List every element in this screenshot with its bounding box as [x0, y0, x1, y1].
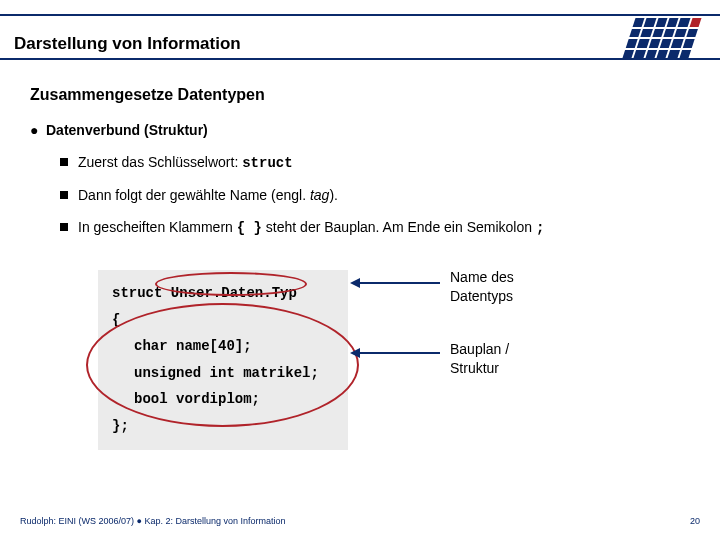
- item1-code: struct: [242, 155, 292, 171]
- annotation-typename: Name des Datentyps: [450, 268, 514, 306]
- square-bullet-icon: [60, 191, 68, 199]
- content-area: Zusammengesetze Datentypen ●Datenverbund…: [30, 86, 700, 252]
- subtitle: Zusammengesetze Datentypen: [30, 86, 700, 104]
- bullet-item-3: In gescheiften Klammern { } steht der Ba…: [60, 219, 700, 236]
- item2-tail: ).: [329, 187, 338, 203]
- arrow-body: [350, 347, 440, 359]
- svg-marker-1: [350, 278, 360, 288]
- square-bullet-icon: [60, 158, 68, 166]
- annot2-line1: Bauplan /: [450, 341, 509, 357]
- bullet-lvl1: ●Datenverbund (Struktur): [30, 122, 700, 138]
- slide-title: Darstellung von Information: [14, 34, 241, 54]
- item3-code2: ;: [536, 220, 544, 236]
- highlight-circle-body: [86, 303, 359, 427]
- annotation-body: Bauplan / Struktur: [450, 340, 509, 378]
- item3-mid: steht der Bauplan. Am Ende ein Semikolon: [262, 219, 536, 235]
- item3-code: { }: [237, 220, 262, 236]
- title-rule: [0, 58, 720, 60]
- footer-left: Rudolph: EINI (WS 2006/07) ● Kap. 2: Dar…: [20, 516, 286, 526]
- item2-text: Dann folgt der gewählte Name (engl.: [78, 187, 310, 203]
- bullet-item-2: Dann folgt der gewählte Name (engl. tag)…: [60, 187, 700, 203]
- annot1-line2: Datentyps: [450, 288, 513, 304]
- item2-italic: tag: [310, 187, 329, 203]
- lvl1-label: Datenverbund (Struktur): [46, 122, 208, 138]
- svg-marker-3: [350, 348, 360, 358]
- bullet-item-1: Zuerst das Schlüsselwort: struct: [60, 154, 700, 171]
- page-number: 20: [690, 516, 700, 526]
- top-divider: [0, 14, 720, 16]
- item1-text: Zuerst das Schlüsselwort:: [78, 154, 242, 170]
- highlight-circle-typename: [155, 272, 307, 296]
- annot1-line1: Name des: [450, 269, 514, 285]
- footer: Rudolph: EINI (WS 2006/07) ● Kap. 2: Dar…: [20, 516, 700, 526]
- item3-text: In gescheiften Klammern: [78, 219, 237, 235]
- square-bullet-icon: [60, 223, 68, 231]
- brand-logo: [623, 18, 702, 58]
- annot2-line2: Struktur: [450, 360, 499, 376]
- arrow-typename: [350, 277, 440, 289]
